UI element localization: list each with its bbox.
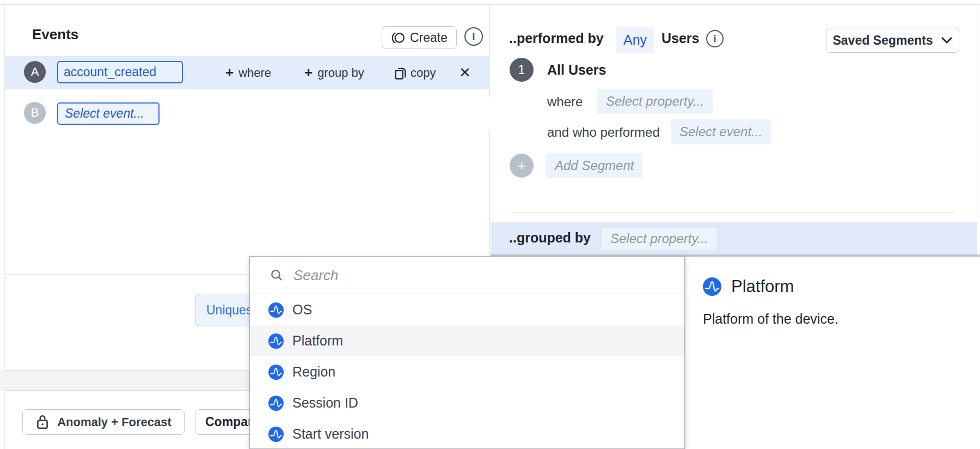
add-where-filter-button[interactable]: + where <box>225 56 271 89</box>
chevron-down-icon <box>941 37 953 44</box>
dropdown-item-start-version[interactable]: Start version <box>250 418 684 449</box>
close-icon: ✕ <box>459 64 471 81</box>
all-users-label: All Users <box>547 62 606 78</box>
users-info-icon[interactable]: i <box>706 30 724 47</box>
events-panel-title: Events <box>32 26 78 43</box>
search-placeholder: Search <box>293 267 338 284</box>
segment-where-label: where <box>547 94 583 110</box>
add-group-by-button[interactable]: + group by <box>304 56 364 89</box>
property-picker-dropdown: Search OS Platform Region Session ID <box>249 256 685 449</box>
amplitude-property-icon <box>268 365 284 380</box>
and-who-performed-label: and who performed <box>547 125 660 140</box>
amplitude-property-icon <box>703 277 721 296</box>
add-segment-plus-icon[interactable]: + <box>510 154 534 178</box>
grouped-by-label: ..grouped by <box>509 230 591 246</box>
users-label: Users <box>661 31 700 46</box>
top-edge-strip <box>0 0 980 5</box>
saved-segments-dropdown[interactable]: Saved Segments <box>826 28 959 53</box>
amplitude-property-icon <box>268 396 284 411</box>
amplitude-property-icon <box>268 427 284 442</box>
property-detail-panel: Platform Platform of the device. <box>685 257 980 449</box>
chart-editor: Events Create i A account_created + wher… <box>0 0 980 449</box>
amplitude-property-icon <box>268 333 284 349</box>
detail-title: Platform <box>731 277 794 296</box>
any-users-selector[interactable]: Any <box>616 27 654 53</box>
segment-divider <box>512 213 955 213</box>
search-icon <box>270 268 284 282</box>
event-letter-badge-b: B <box>24 102 46 124</box>
plus-icon: + <box>304 64 313 81</box>
dropdown-item-os[interactable]: OS <box>250 294 684 325</box>
segment-panel: ..performed by Any Users i Saved Segment… <box>491 5 977 254</box>
event-letter-badge-a: A <box>24 61 46 83</box>
create-cohort-icon <box>391 31 406 45</box>
plus-icon: + <box>225 64 234 81</box>
segment-where-property-chip[interactable]: Select property... <box>597 89 713 114</box>
who-performed-event-chip[interactable]: Select event... <box>671 119 771 144</box>
detail-description: Platform of the device. <box>703 311 838 327</box>
dropdown-item-session-id[interactable]: Session ID <box>250 387 684 418</box>
lock-icon <box>35 414 50 430</box>
segment-number-badge: 1 <box>510 58 534 82</box>
anomaly-forecast-button[interactable]: Anomaly + Forecast <box>22 409 185 435</box>
add-segment-button[interactable]: Add Segment <box>546 153 642 178</box>
remove-event-button[interactable]: ✕ <box>459 56 471 89</box>
amplitude-property-icon <box>268 302 284 318</box>
grouped-by-row: ..grouped by Select property... <box>491 222 977 254</box>
copy-icon <box>393 65 407 81</box>
events-info-icon[interactable]: i <box>464 27 483 46</box>
event-select-a[interactable]: account_created <box>57 61 183 83</box>
event-select-b[interactable]: Select event... <box>57 102 160 125</box>
create-button-label: Create <box>410 31 448 45</box>
dropdown-item-platform[interactable]: Platform <box>250 325 684 356</box>
dropdown-search-input[interactable]: Search <box>250 257 684 294</box>
dropdown-item-region[interactable]: Region <box>250 356 684 387</box>
event-row-b: B Select event... <box>5 97 490 130</box>
copy-event-button[interactable]: copy <box>393 56 436 89</box>
grouped-by-property-chip[interactable]: Select property... <box>602 228 717 250</box>
create-button[interactable]: Create <box>382 26 457 49</box>
event-row-a: A account_created + where + group by cop… <box>5 56 490 89</box>
performed-by-label: ..performed by <box>509 31 604 46</box>
